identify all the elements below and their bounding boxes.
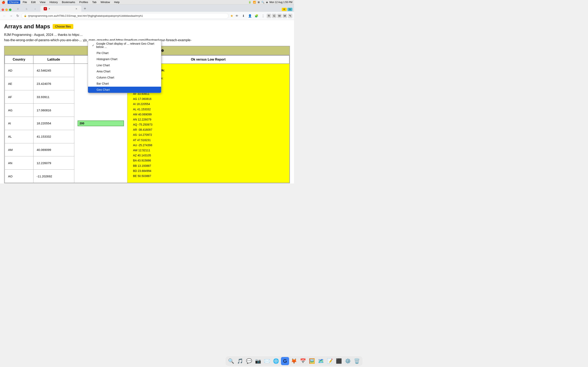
screen-reader-icon[interactable]: 👁 (234, 13, 240, 19)
url-text: rjmprogramming.com.au/HTMLCSS/map_test.h… (28, 14, 226, 17)
low-entry: AI 18.220554 (133, 101, 284, 107)
choose-files-button[interactable]: Choose files (53, 24, 73, 29)
low-entries: AD 42.546245AE 23.424076AF 33.93911AG 17… (133, 81, 284, 179)
chrome-menu-icon[interactable]: ⋮ (260, 13, 266, 19)
menu-history[interactable]: History (48, 0, 60, 4)
wifi-icon: 📶 (253, 1, 256, 4)
empty-checkmark (92, 64, 95, 67)
dropdown-item-geo[interactable]: Geo Chart (88, 87, 161, 93)
low-entry: AW 12.52111 (133, 148, 284, 153)
cell-lat-7: 40.069099 (33, 143, 74, 156)
extension-icon-1[interactable]: R (282, 8, 287, 11)
dropdown-item-label: Line Chart (96, 64, 110, 67)
extra-tabs: R S × (13, 6, 40, 12)
dropdown-item-geochart-display[interactable]: ✓ Google Chart display of ... relevant G… (88, 41, 161, 50)
apple-menu[interactable]: 🍎 (2, 1, 5, 4)
cell-lat-4: 17.060816 (33, 104, 74, 117)
cell-lat-2: 23.424076 (33, 77, 74, 90)
cell-country-8: AN (5, 156, 33, 170)
tab-extra-2[interactable]: S (22, 6, 31, 12)
low-entry: AL 41.153332 (133, 107, 284, 112)
low-entry: AZ 40.143105 (133, 153, 284, 158)
dropdown-item-label: Histogram Chart (96, 58, 117, 61)
cell-country-3: AF (5, 90, 33, 104)
maximize-window-button[interactable] (9, 8, 11, 11)
menu-bookmarks[interactable]: Bookmarks (60, 0, 77, 4)
menu-profiles[interactable]: Profiles (78, 0, 90, 4)
tab-extra-3[interactable]: × (31, 6, 39, 12)
menu-file[interactable]: File (21, 0, 29, 4)
page-title-area: Arrays and Maps Choose files (4, 23, 290, 30)
minimize-window-button[interactable] (5, 8, 8, 11)
cell-country-2: AE (5, 77, 33, 90)
menu-items: Chrome File Edit View History Bookmarks … (8, 0, 121, 4)
cell-lat-6: 41.153332 (33, 130, 74, 143)
toolbar-ext-3[interactable]: W (277, 14, 282, 18)
empty-checkmark (92, 82, 95, 85)
chrome-window: R S × R × × + R S ← → ↻ 🔒 rjmprogramming… (0, 4, 294, 184)
download-icon[interactable]: ⬇ (241, 13, 246, 19)
active-tab[interactable]: R × × (40, 6, 81, 12)
toolbar-ext-4[interactable]: M (283, 14, 287, 18)
empty-checkmark (92, 58, 95, 61)
menu-tab[interactable]: Tab (90, 0, 98, 4)
dropdown-item-label: Bar Chart (96, 82, 109, 85)
spotlight-icon[interactable]: 🔍 (261, 1, 264, 4)
menu-chrome[interactable]: Chrome (8, 0, 20, 4)
description-line1: RJM Programming - August, 2024 ... thank… (4, 32, 290, 38)
menu-view[interactable]: View (38, 0, 47, 4)
menu-bar: 🍎 Chrome File Edit View History Bookmark… (0, 0, 294, 4)
reload-button[interactable]: ↻ (15, 13, 20, 19)
url-bar[interactable]: 🔒 rjmprogramming.com.au/HTMLCSS/map_test… (21, 13, 229, 19)
cell-lat-1: 42.546245 (33, 64, 74, 77)
low-entry: AS -14.270972 (133, 132, 284, 137)
low-entry: BA 43.915886 (133, 158, 284, 163)
close-window-button[interactable] (2, 8, 4, 11)
col-latitude: Latitude (33, 55, 74, 64)
tab-extra-1[interactable]: R (14, 6, 22, 12)
extension-icon-2[interactable]: S (287, 8, 292, 11)
bookmark-star-icon[interactable]: ★ (230, 14, 233, 18)
toolbar-ext-5[interactable]: ✎ (288, 14, 292, 18)
tab-close-button[interactable]: × (75, 7, 78, 10)
control-center-icon[interactable]: ⊞ (258, 1, 260, 4)
tab-favicon: R (44, 7, 47, 10)
browser-tools: ★ 👁 ⬇ 👤 🧩 ⋮ R G W M ✎ (230, 13, 292, 19)
new-tab-button[interactable]: + (82, 6, 88, 11)
profile-icon[interactable]: 👤 (247, 13, 253, 19)
dropdown-item-area[interactable]: Area Chart (88, 68, 161, 75)
toolbar-ext-2[interactable]: G (272, 14, 277, 18)
toolbar-ext-1[interactable]: R (267, 14, 271, 18)
dropdown-item-histogram[interactable]: Histogram Chart (88, 56, 161, 62)
menu-help[interactable]: Help (112, 0, 121, 4)
low-entry: AR -38.416097 (133, 127, 284, 132)
low-entry: BE 50.503887 (133, 174, 284, 179)
cell-country-4: AG (5, 104, 33, 117)
low-entry: AQ -75.250973 (133, 122, 284, 127)
empty-checkmark (92, 52, 95, 55)
low-entry: AN 12.226079 (133, 117, 284, 122)
cell-country-9: AO (5, 170, 33, 183)
cell-lat-3: 33.93911 (33, 90, 74, 104)
page-title: Arrays and Maps (4, 23, 50, 30)
tipping-value-input[interactable] (78, 120, 124, 126)
back-button[interactable]: ← (2, 13, 7, 19)
extensions-icon[interactable]: 🧩 (254, 13, 259, 19)
dropdown-item-bar[interactable]: Bar Chart (88, 81, 161, 87)
traffic-lights (2, 8, 11, 11)
cell-country-5: AI (5, 117, 33, 130)
checkmark-icon: ✓ (92, 44, 95, 47)
address-bar: ← → ↻ 🔒 rjmprogramming.com.au/HTMLCSS/ma… (0, 12, 294, 20)
battery-icon: 🔋 (248, 1, 251, 4)
dropdown-item-line[interactable]: Line Chart (88, 62, 161, 68)
menu-edit[interactable]: Edit (29, 0, 37, 4)
dropdown-item-column[interactable]: Column Chart (88, 75, 161, 81)
col-country: Country (5, 55, 33, 64)
cell-country-6: AL (5, 130, 33, 143)
forward-button[interactable]: → (8, 13, 14, 19)
menu-window[interactable]: Window (99, 0, 112, 4)
cell-country-1: AD (5, 64, 33, 77)
low-entry: BB 13.193887 (133, 163, 284, 168)
dropdown-item-pie[interactable]: Pie Chart (88, 50, 161, 56)
siri-icon[interactable]: ◈ (266, 1, 268, 4)
